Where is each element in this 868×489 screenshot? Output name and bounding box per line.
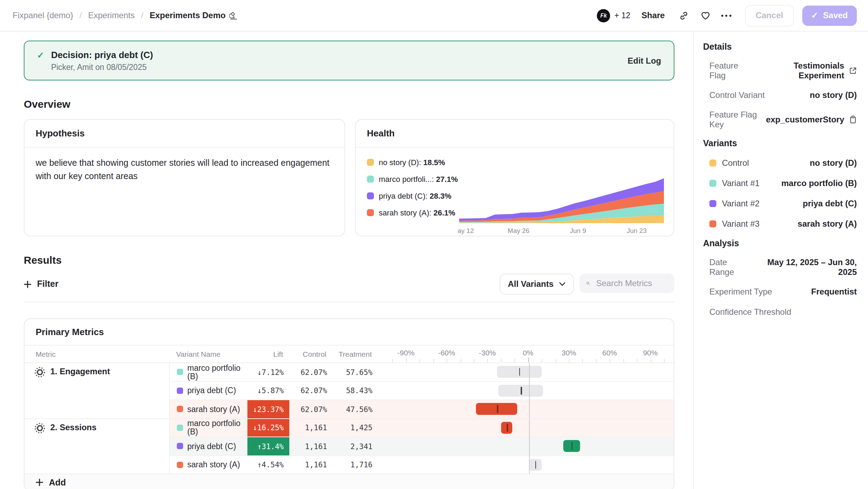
col-treatment: Treatment <box>333 350 377 358</box>
chevron-down-icon <box>559 282 565 286</box>
axis-tick <box>664 359 665 362</box>
experiment-type-row: Experiment Type Frequentist <box>703 286 857 297</box>
clipboard-copy-icon[interactable] <box>849 115 857 124</box>
confidence-interval-plot <box>378 437 674 455</box>
x-axis-label: May 26 <box>508 227 529 234</box>
control-value: 62.07% <box>289 400 334 418</box>
variant-row[interactable]: sarah story (A)↓23.37%62.07%47.56% <box>170 400 674 418</box>
variant-swatch <box>709 200 716 207</box>
breadcrumb: Fixpanel {demo} / Experiments / Experime… <box>13 10 238 20</box>
overview-cards: Hypothesis we believe that showing custo… <box>24 119 674 236</box>
variant-swatch <box>177 388 183 394</box>
x-axis-label: Jun 23 <box>627 227 646 234</box>
add-filter-button[interactable]: Filter <box>24 279 58 289</box>
table-header: Metric Variant Name Lift Control Treatme… <box>24 346 674 363</box>
legend-swatch <box>367 209 374 216</box>
metric-group: 2. Sessionsmarco portfolio (B)↓16.25%1,1… <box>24 418 674 474</box>
search-metrics-input[interactable] <box>595 278 667 289</box>
avatar[interactable]: Fk <box>597 9 610 22</box>
copy-link-icon[interactable] <box>676 8 691 23</box>
date-range-row: Date Range May 12, 2025 – Jun 30, 2025 <box>703 257 857 277</box>
lift-cell: ↑4.54% <box>247 456 289 474</box>
axis-tick <box>460 359 461 362</box>
lift-value: ↓5.87% <box>257 387 284 395</box>
variant-row-3: Variant #3 sarah story (A) <box>703 218 857 229</box>
variant-swatch <box>709 160 716 166</box>
col-variant-name: Variant Name <box>169 350 247 358</box>
search-metrics-box <box>579 274 674 293</box>
hypothesis-card: Hypothesis we believe that showing custo… <box>24 119 345 236</box>
main-content: ✓ Decision: priya debt (C) Picker, Amit … <box>0 32 693 489</box>
favorite-heart-icon[interactable] <box>697 8 713 23</box>
confidence-interval-plot <box>378 419 674 437</box>
lift-marker <box>535 461 536 468</box>
lift-value: ↓7.12% <box>257 368 284 376</box>
variant-swatch <box>709 180 716 187</box>
lift-value: ↓23.37% <box>253 405 284 413</box>
page-layout: ✓ Decision: priya debt (C) Picker, Amit … <box>0 32 868 489</box>
ci-bar <box>476 403 518 415</box>
metric-name: 2. Sessions <box>50 422 96 432</box>
experiment-type-value: Frequentist <box>811 287 857 297</box>
breadcrumb-project[interactable]: Fixpanel {demo} <box>13 10 73 20</box>
plus-icon <box>24 280 31 288</box>
variant-row[interactable]: sarah story (A)↑4.54%1,1611,716 <box>170 456 674 474</box>
breadcrumb-experiments[interactable]: Experiments <box>88 10 135 20</box>
axis-tick <box>474 359 475 362</box>
axis-label: 60% <box>602 348 617 357</box>
external-link-icon[interactable] <box>849 66 857 75</box>
metric-cell[interactable]: 1. Engagement <box>24 363 169 418</box>
axis-tick <box>447 359 447 362</box>
control-variant-value: no story (D) <box>810 90 857 100</box>
breadcrumb-separator: / <box>141 10 144 20</box>
more-menu-icon[interactable]: ••• <box>719 8 735 23</box>
col-lift: Lift <box>247 350 289 358</box>
metric-cell[interactable]: 2. Sessions <box>24 419 169 474</box>
control-value: 62.07% <box>289 382 334 399</box>
variants-filter-dropdown[interactable]: All Variants <box>499 274 574 295</box>
x-axis-label: Jun 9 <box>570 227 586 234</box>
axis-tick <box>515 359 515 362</box>
plus-icon <box>36 479 43 486</box>
cancel-button[interactable]: Cancel <box>745 5 794 26</box>
variant-name: priya debt (C) <box>187 387 236 395</box>
axis-tick <box>392 359 393 362</box>
axis-tick <box>569 359 570 362</box>
variant-rows: marco portfolio (B)↓7.12%62.07%57.65%pri… <box>169 363 674 418</box>
axis-tick <box>406 359 407 362</box>
axis-label: 30% <box>562 348 576 357</box>
variant-row[interactable]: priya debt (C)↓5.87%62.07%58.43% <box>170 382 674 400</box>
experiment-page: Fixpanel {demo} / Experiments / Experime… <box>0 0 868 489</box>
variants-heading: Variants <box>703 139 857 148</box>
variant-row[interactable]: marco portfolio (B)↓7.12%62.07%57.65% <box>170 363 674 382</box>
variant-row[interactable]: marco portfolio (B)↓16.25%1,1611,425 <box>170 419 674 437</box>
table-body: 1. Engagementmarco portfolio (B)↓7.12%62… <box>24 363 674 474</box>
details-sidebar: Details Feature Flag Testimonials Experi… <box>693 32 868 489</box>
collaborators-count[interactable]: + 12 <box>614 11 630 20</box>
axis-label: -60% <box>438 348 455 357</box>
variant-row[interactable]: priya debt (C)↑31.4%1,1612,341 <box>170 437 674 456</box>
edit-log-button[interactable]: Edit Log <box>628 56 661 65</box>
share-button[interactable]: Share <box>642 10 665 20</box>
axis-tick <box>637 359 637 362</box>
lift-marker <box>521 387 522 394</box>
legend-item: marco portfoli...: 27.1% <box>367 175 458 183</box>
results-heading: Results <box>24 254 674 266</box>
breadcrumb-separator: / <box>79 10 82 20</box>
variant-name-cell: priya debt (C) <box>170 437 247 455</box>
metric-target-icon <box>34 422 45 433</box>
overview-heading: Overview <box>24 98 674 110</box>
variant-swatch <box>177 406 183 412</box>
lift-cell: ↓5.87% <box>247 382 289 399</box>
saved-button[interactable]: ✓ Saved <box>802 5 857 26</box>
axis-tick <box>501 359 502 362</box>
lift-value: ↓16.25% <box>253 424 284 432</box>
add-metric-button[interactable]: Add <box>24 474 674 489</box>
breadcrumb-current: Experiments Demo <box>150 10 238 20</box>
legend-label: no story (D): 18.5% <box>379 158 445 166</box>
check-icon: ✓ <box>811 10 818 20</box>
variant-swatch <box>709 220 716 227</box>
col-control: Control <box>289 350 333 358</box>
confidence-interval-plot <box>378 363 674 381</box>
variant-name: priya debt (C) <box>187 442 236 451</box>
